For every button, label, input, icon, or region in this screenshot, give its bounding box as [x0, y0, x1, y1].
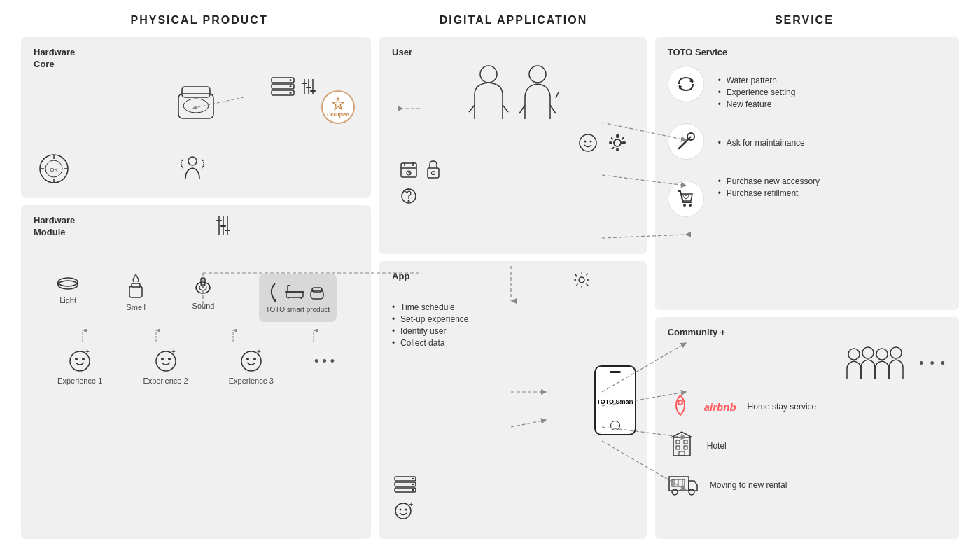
wrench-icon-circle [668, 123, 704, 160]
svg-point-51 [75, 358, 78, 360]
experience-2: + Experience 2 [143, 349, 188, 385]
experience-1: + Experience 1 [57, 349, 102, 385]
toto-product-label: TOTO smart product [266, 306, 330, 314]
svg-point-52 [82, 358, 85, 360]
dial-icon: OK [37, 152, 71, 188]
community-more-dots: • • • [919, 356, 946, 371]
svg-point-101 [683, 204, 686, 206]
svg-point-5 [290, 92, 292, 94]
svg-point-56 [168, 358, 171, 360]
svg-point-62 [480, 66, 497, 83]
sound-label: Sound [192, 302, 215, 310]
svg-point-65 [529, 66, 546, 83]
toto-product-box: TOTO smart product [259, 274, 337, 322]
header-physical: PHYSICAL PRODUCT [21, 14, 377, 27]
light-label: Light [59, 296, 76, 304]
truck-icon [668, 471, 699, 499]
bullet-purchase-accessory: Purchase new accessory [718, 176, 820, 186]
svg-point-22 [188, 157, 197, 165]
occupied-badge: Occupied [321, 90, 355, 124]
app-smiley-icon: + [393, 501, 414, 525]
svg-line-63 [469, 105, 475, 112]
airbnb-icon [668, 393, 693, 421]
svg-point-105 [876, 349, 888, 360]
cart-icon-circle [668, 181, 704, 217]
svg-point-107 [678, 400, 682, 405]
svg-line-64 [503, 105, 508, 112]
svg-text:+: + [257, 349, 261, 356]
svg-text:OK: OK [50, 167, 58, 173]
bullet-time-schedule: Time schedule [392, 302, 634, 312]
svg-point-91 [412, 489, 414, 491]
module-arrows-up [34, 329, 358, 343]
bullet-water-pattern: Water pattern [718, 76, 820, 85]
svg-point-103 [848, 349, 860, 360]
svg-rect-110 [684, 440, 687, 444]
physical-product-col: HardwareCore [21, 37, 371, 539]
server-icon-group [270, 76, 316, 100]
user-schedule-group [399, 160, 634, 209]
user-panel: User [379, 37, 647, 254]
community-title: Community + [668, 327, 946, 337]
svg-point-82 [432, 172, 435, 175]
svg-text:+: + [409, 501, 413, 508]
svg-point-60 [253, 358, 256, 360]
user-label: User [392, 47, 634, 57]
svg-point-104 [862, 347, 874, 358]
main-container: PHYSICAL PRODUCT DIGITAL APPLICATION SER… [0, 0, 980, 553]
svg-rect-35 [132, 284, 140, 288]
bullet-setup: Set-up experience [392, 314, 634, 324]
sound-module: Sound [191, 274, 215, 322]
svg-point-102 [689, 204, 692, 206]
bullet-collect: Collect data [392, 338, 634, 348]
exp3-label: Experience 3 [229, 377, 274, 385]
bullet-ask-maintenance: Ask for maintainance [718, 138, 820, 148]
hotel-label: Hotel [707, 441, 727, 451]
svg-point-93 [400, 509, 402, 511]
svg-line-100 [688, 136, 691, 139]
svg-line-66 [519, 105, 525, 113]
smell-module: Smell [124, 274, 148, 322]
toto-phone: TOTO Smart [594, 365, 636, 435]
svg-point-55 [161, 358, 164, 360]
smell-label: Smell [127, 303, 146, 312]
app-panel: App [379, 261, 647, 539]
svg-point-59 [246, 358, 249, 360]
svg-rect-81 [428, 168, 439, 178]
user-figures [392, 63, 634, 126]
app-gear-icon [573, 271, 591, 292]
bullet-new-feature: New feature [718, 99, 820, 109]
svg-point-85 [579, 277, 584, 283]
exp1-label: Experience 1 [57, 377, 102, 385]
svg-point-14 [183, 99, 209, 113]
hw-module-title: HardwareModule [34, 215, 358, 239]
svg-point-90 [412, 484, 414, 485]
moving-label: Moving to new rental [710, 480, 788, 490]
svg-point-3 [290, 79, 292, 81]
moving-row: Moving to new rental [668, 471, 946, 499]
experience-3: + Experience 3 [229, 349, 274, 385]
svg-line-67 [550, 105, 556, 113]
user-icons-row [392, 133, 634, 153]
module-sliders-icon [216, 215, 231, 239]
toilet-device-icon [172, 83, 220, 125]
update-bullets: Water pattern Experience setting New fea… [718, 76, 820, 111]
maintenance-bullets: Ask for maintainance [718, 138, 820, 150]
service-icons-col [668, 66, 704, 217]
hw-core-title: HardwareCore [34, 47, 358, 71]
svg-point-70 [584, 141, 586, 143]
light-module: Light [55, 274, 80, 322]
svg-rect-38 [201, 278, 205, 285]
toto-service-title: TOTO Service [668, 47, 946, 57]
sync-icon-circle [668, 66, 704, 102]
service-col: TOTO Service [655, 37, 959, 539]
svg-text:+: + [85, 349, 90, 356]
svg-point-73 [614, 139, 621, 146]
experience-row: + Experience 1 + Experience 2 [34, 349, 358, 385]
app-bullets-list: Time schedule Set-up experience Identify… [392, 302, 634, 348]
section-headers: PHYSICAL PRODUCT DIGITAL APPLICATION SER… [21, 14, 959, 27]
hw-core-panel: HardwareCore [21, 37, 371, 198]
sliders-icon [301, 78, 316, 99]
server-icon [270, 76, 295, 100]
module-items-row: Light Smell [34, 274, 358, 322]
